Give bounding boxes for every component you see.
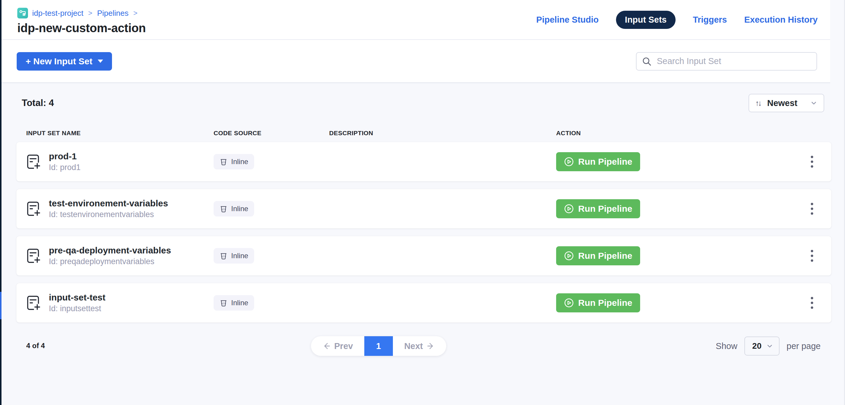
search-input[interactable] [636,52,817,70]
svg-text:</>: </> [221,160,226,163]
breadcrumb-separator: > [133,9,138,17]
show-label: Show [716,341,738,351]
name-stack: input-set-test Id: inputsettest [49,292,105,313]
svg-text:</>: </> [221,255,226,258]
input-set-name[interactable]: pre-qa-deployment-variables [49,245,171,255]
inline-store-icon: </> [220,158,227,166]
header-left: idp-test-project > Pipelines > idp-new-c… [1,0,146,39]
code-source-label: Inline [231,205,248,213]
run-pipeline-label: Run Pipeline [578,204,632,214]
code-source-cell: </> Inline [214,154,329,169]
per-page-label: per page [787,341,821,351]
code-source-badge: </> Inline [214,201,254,217]
breadcrumb-pipelines-link[interactable]: Pipelines [97,9,129,18]
arrow-left-icon [322,342,330,350]
kebab-menu-icon[interactable] [802,153,823,170]
tab-input-sets-active[interactable]: Input Sets [616,11,676,29]
kebab-menu-icon[interactable] [802,200,823,218]
input-sets-list-area: Total: 4 ↑↓ Newest INPUT SET NAME CODE S… [1,83,830,405]
name-stack: prod-1 Id: prod1 [49,151,81,172]
name-stack: test-environement-variables Id: testenvi… [49,198,168,219]
chevron-down-icon [767,343,773,349]
arrow-right-icon [427,342,435,350]
input-set-id: Id: prod1 [49,163,81,172]
search-wrap [636,52,817,70]
run-pipeline-button[interactable]: Run Pipeline [556,199,640,218]
toolbar: + New Input Set [1,40,830,83]
pipeline-tabs: Pipeline Studio Input Sets Triggers Exec… [536,0,830,39]
main-content: idp-test-project > Pipelines > idp-new-c… [1,0,830,405]
next-page-button[interactable]: Next [393,336,446,356]
breadcrumb-project-link[interactable]: idp-test-project [32,9,84,18]
svg-text:</>: </> [221,208,226,211]
run-pipeline-label: Run Pipeline [578,251,632,261]
pagination-row: 4 of 4 Prev 1 Next [1,336,830,357]
run-pipeline-button[interactable]: Run Pipeline [556,293,640,312]
pager: Prev 1 Next [311,336,446,356]
search-icon [642,57,652,67]
tab-triggers[interactable]: Triggers [693,15,727,25]
code-source-label: Inline [231,158,248,166]
page-size-dropdown[interactable]: 20 [744,337,779,355]
code-source-badge: </> Inline [214,154,254,169]
code-source-label: Inline [231,299,248,307]
run-pipeline-label: Run Pipeline [578,157,632,167]
scroll-gutter[interactable] [830,0,845,405]
input-set-name-cell: test-environement-variables Id: testenvi… [26,198,214,219]
column-header-description: DESCRIPTION [329,129,556,137]
play-circle-icon [564,157,574,167]
pipeline-brand-icon [17,8,28,19]
page-1-button[interactable]: 1 [364,336,393,356]
sort-dropdown[interactable]: ↑↓ Newest [749,94,824,112]
code-source-cell: </> Inline [214,201,329,217]
breadcrumb-separator: > [88,9,93,17]
input-set-name[interactable]: test-environement-variables [49,198,168,209]
input-set-name[interactable]: prod-1 [49,151,81,161]
input-set-row[interactable]: input-set-test Id: inputsettest </> Inli… [17,283,831,322]
page-title: idp-new-custom-action [17,22,146,35]
run-pipeline-button[interactable]: Run Pipeline [556,152,640,171]
total-count: Total: 4 [22,98,54,108]
run-pipeline-label: Run Pipeline [578,298,632,308]
sort-selected-value: Newest [767,98,805,108]
code-source-badge: </> Inline [214,295,254,311]
sort-arrows-icon: ↑↓ [755,99,762,108]
kebab-menu-icon[interactable] [802,294,823,312]
run-pipeline-button[interactable]: Run Pipeline [556,246,640,265]
input-set-row[interactable]: prod-1 Id: prod1 </> Inline [17,142,831,181]
input-set-name-cell: prod-1 Id: prod1 [26,151,214,172]
prev-label: Prev [334,341,353,351]
play-circle-icon [564,204,574,214]
next-label: Next [404,341,423,351]
page-header: idp-test-project > Pipelines > idp-new-c… [1,0,830,40]
new-input-set-button[interactable]: + New Input Set [17,52,112,70]
input-set-name[interactable]: input-set-test [49,292,105,303]
input-set-row[interactable]: test-environement-variables Id: testenvi… [17,189,831,228]
outside-panel [845,0,868,405]
input-set-id: Id: preqadeploymentvariables [49,257,171,266]
new-input-set-label: + New Input Set [26,56,92,66]
breadcrumb: idp-test-project > Pipelines > [17,8,146,19]
inline-store-icon: </> [220,299,227,307]
page-size-value: 20 [752,341,762,351]
tab-execution-history[interactable]: Execution History [744,15,818,25]
pagination-count: 4 of 4 [26,342,45,350]
input-set-row[interactable]: pre-qa-deployment-variables Id: preqadep… [17,236,831,276]
play-circle-icon [564,298,574,308]
input-set-icon [26,248,41,264]
table-column-headers: INPUT SET NAME CODE SOURCE DESCRIPTION A… [17,129,831,137]
kebab-menu-icon[interactable] [802,247,823,265]
code-source-label: Inline [231,252,248,260]
code-source-cell: </> Inline [214,295,329,311]
tab-pipeline-studio[interactable]: Pipeline Studio [536,15,598,25]
input-set-id: Id: testenvironementvariables [49,210,168,219]
column-header-code-source: CODE SOURCE [214,129,329,137]
input-set-icon [26,295,41,311]
inline-store-icon: </> [220,252,227,260]
page-size-group: Show 20 per page [716,336,820,356]
input-set-name-cell: input-set-test Id: inputsettest [26,292,214,313]
name-stack: pre-qa-deployment-variables Id: preqadep… [49,245,171,266]
column-header-input-set-name: INPUT SET NAME [26,129,214,137]
input-set-name-cell: pre-qa-deployment-variables Id: preqadep… [26,245,214,266]
prev-page-button[interactable]: Prev [311,336,364,356]
